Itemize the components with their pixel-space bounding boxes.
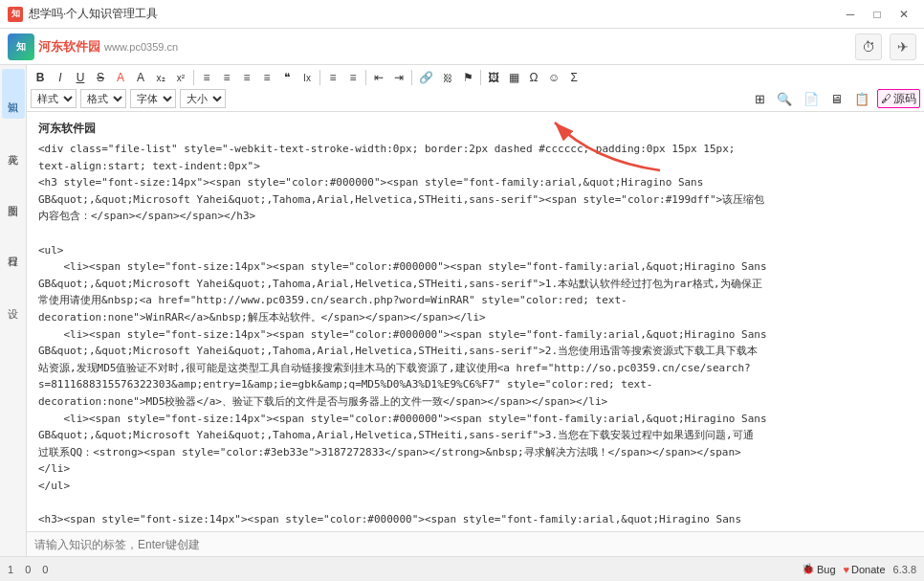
toolbar-row2: 样式 格式 字体 大小 ⊞ 🔍 📄 🖥 📋 🖋 [31,89,920,108]
align-center-button[interactable]: ≡ [257,68,276,87]
style-select[interactable]: 样式 [31,89,77,108]
app-icon: 知 [8,7,23,22]
superscript-button[interactable]: x² [171,68,190,87]
tag-input[interactable] [34,538,916,551]
heart-icon: ♥ [844,564,850,575]
status-right: 🐞 Bug ♥ Donate 6.3.8 [802,563,916,575]
bug-button[interactable]: 🐞 Bug [802,563,836,575]
toolbar-row1: B I U S A A x₂ x² ≡ ≡ ≡ ≡ ❝ Ix ≡ ≡ ⇤ [31,68,920,87]
donate-label: Donate [851,564,885,575]
toolbar-icon3[interactable]: 📄 [800,89,823,108]
separator4 [411,70,412,85]
content-heading: 河东软件园 [38,120,913,137]
font-select[interactable]: 字体 [130,89,176,108]
status-bar: 1 0 0 🐞 Bug ♥ Donate 6.3.8 [0,556,924,581]
toolbar-icon5[interactable]: 📋 [850,89,873,108]
sidebar-item-knowledge[interactable]: 知识 [2,69,25,119]
minimize-button[interactable]: ─ [838,5,863,24]
align-right-button[interactable]: ≡ [343,68,363,87]
link-button[interactable]: 🔗 [415,68,437,87]
content-area[interactable]: 河东软件园 <div class="file-list" style="-web… [27,112,924,531]
subscript-button[interactable]: x₂ [151,68,170,87]
align-left-button[interactable]: ≡ [237,68,256,87]
separator1 [193,70,194,85]
underline-button[interactable]: U [71,68,90,87]
status-count2: 0 [25,564,31,575]
header-logo: 知 河东软件园 www.pc0359.cn [8,34,855,60]
logo-icon: 知 [8,34,34,60]
emotion-button[interactable]: ☺ [544,68,563,87]
main-layout: 知识 火花 脑图 日程 设 B I U S A A x₂ x² [0,65,924,556]
sidebar-item-schedule[interactable]: 日程 [2,224,25,274]
toolbar-icon4[interactable]: 🖥 [826,89,847,108]
source-label: 源码 [893,91,916,107]
sidebar-item-spark[interactable]: 火花 [2,121,25,170]
header-bar: 知 河东软件园 www.pc0359.cn ⏱ ✈ [0,29,924,65]
separator3 [365,70,366,85]
tag-input-bar [27,531,924,556]
titlebar: 知 想学吗·个人知识管理工具 ─ □ ✕ [0,0,924,29]
strikethrough-button[interactable]: S [91,68,110,87]
share-button[interactable]: ✈ [890,34,916,60]
format-select[interactable]: 格式 [80,89,126,108]
status-item2: 0 [25,564,31,575]
bug-icon: 🐞 [802,563,815,575]
logo-text: 河东软件园 [38,38,100,56]
orderedlist-button[interactable]: ≡ [197,68,216,87]
font-bg-button[interactable]: A [131,68,150,87]
size-select[interactable]: 大小 [180,89,226,108]
sigma-button[interactable]: Σ [564,68,583,87]
editor-container: B I U S A A x₂ x² ≡ ≡ ≡ ≡ ❝ Ix ≡ ≡ ⇤ [27,65,924,556]
logo-url: www.pc0359.cn [104,41,178,53]
status-count1: 1 [8,564,13,575]
table-button[interactable]: ▦ [504,68,523,87]
image-button[interactable]: 🖼 [484,68,503,87]
status-left: 1 0 0 [8,564,790,575]
donate-button[interactable]: ♥ Donate [844,564,886,575]
history-button[interactable]: ⏱ [855,34,882,60]
unorderedlist-button[interactable]: ≡ [217,68,236,87]
html-source-content: <div class="file-list" style="-webkit-te… [38,141,913,528]
status-count3: 0 [42,564,48,575]
blockquote-button[interactable]: ❝ [277,68,297,87]
header-actions: ⏱ ✈ [855,34,916,60]
toolbar-icon2[interactable]: 🔍 [773,89,796,108]
window-controls: ─ □ ✕ [838,5,916,24]
separator2 [319,70,320,85]
bold-button[interactable]: B [31,68,50,87]
italic-button[interactable]: I [51,68,70,87]
source-button[interactable]: 🖋 源码 [877,89,920,108]
indent-increase-button[interactable]: ⇥ [389,68,408,87]
sidebar-item-mindmap[interactable]: 脑图 [2,172,25,222]
special-char-button[interactable]: Ω [524,68,543,87]
font-color-button[interactable]: A [111,68,130,87]
sidebar-item-settings[interactable]: 设 [2,276,25,325]
titlebar-title: 想学吗·个人知识管理工具 [29,6,838,22]
unlink-button[interactable]: ⛓ [438,68,457,87]
version-label: 6.3.8 [893,564,916,575]
anchor-button[interactable]: ⚑ [458,68,477,87]
close-button[interactable]: ✕ [891,5,916,24]
maximize-button[interactable]: □ [865,5,890,24]
status-item3: 0 [42,564,48,575]
indent-decrease-button[interactable]: ⇤ [369,68,388,87]
status-item1: 1 [8,564,13,575]
sidebar: 知识 火花 脑图 日程 设 [0,65,27,556]
toolbar-icon1[interactable]: ⊞ [750,89,769,108]
separator5 [480,70,481,85]
format-clear-button[interactable]: Ix [297,68,317,87]
align-justify-button[interactable]: ≡ [323,68,342,87]
toolbar: B I U S A A x₂ x² ≡ ≡ ≡ ≡ ❝ Ix ≡ ≡ ⇤ [27,65,924,112]
bug-label: Bug [817,564,836,575]
